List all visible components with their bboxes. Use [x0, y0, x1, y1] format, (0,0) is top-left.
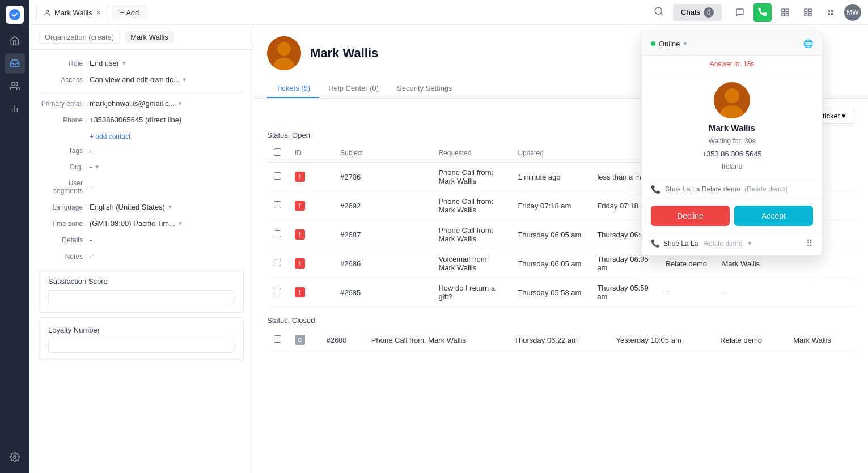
satisfaction-input[interactable]	[48, 290, 234, 304]
ticket-subject[interactable]: How do I return a gift?	[431, 278, 511, 307]
tab-help-center[interactable]: Help Center (0)	[319, 79, 388, 98]
svg-rect-10	[786, 9, 789, 12]
decline-button[interactable]: Decline	[651, 206, 730, 226]
call-footer-grid-icon[interactable]: ⠿	[806, 238, 813, 249]
chats-count: 0	[704, 7, 714, 18]
sidebar-inbox-icon[interactable]	[5, 53, 25, 74]
ticket-priority-badge: !	[295, 201, 305, 211]
tab-add[interactable]: + Add	[113, 5, 147, 20]
loyalty-input[interactable]	[48, 339, 234, 353]
status-label: Online	[659, 40, 680, 48]
call-source-sub: (Relate demo)	[744, 185, 787, 193]
row-checkbox[interactable]	[274, 288, 281, 295]
language-row: Language English (United States) ▼	[39, 203, 244, 211]
ticket-id[interactable]: #2688	[319, 329, 364, 351]
sidebar-people-icon[interactable]	[5, 76, 25, 96]
language-dropdown[interactable]: English (United States) ▼	[90, 203, 173, 211]
svg-point-22	[277, 42, 291, 56]
svg-point-19	[828, 13, 830, 15]
row-checkbox[interactable]	[274, 201, 281, 208]
sidebar-home-icon[interactable]	[5, 31, 25, 51]
ticket-subject[interactable]: Phone Call from: Mark Wallis	[365, 329, 507, 351]
ticket-subject[interactable]: Phone Call from: Mark Wallis	[431, 163, 511, 191]
svg-point-25	[725, 88, 739, 103]
sidebar-settings-icon[interactable]	[5, 447, 25, 467]
footer-dropdown-arrow[interactable]: ▼	[747, 240, 752, 246]
ticket-priority-badge: !	[295, 172, 305, 182]
loyalty-section: Loyalty Number	[39, 317, 244, 361]
ticket-priority-badge: !	[295, 258, 305, 269]
tab-close-icon[interactable]: ✕	[96, 9, 101, 16]
tags-row: Tags -	[39, 146, 244, 155]
svg-point-5	[14, 456, 16, 459]
org-dropdown[interactable]: - ▼	[90, 163, 100, 171]
call-popup: Online ▼ 🌐 Answer in: 18s Mark Wallis Wa…	[641, 32, 823, 256]
table-row[interactable]: C #2688 Phone Call from: Mark Wallis Thu…	[267, 329, 854, 351]
email-expand[interactable]: ▼	[177, 100, 183, 106]
phone-value: +353863065645 (direct line)	[90, 116, 244, 124]
left-panel-scroll: Role End user ▼ Access Can view and edit…	[29, 50, 253, 473]
user-segments-label: User segments	[39, 179, 90, 195]
ticket-assignee: Mark Wallis	[786, 329, 854, 351]
role-label: Role	[39, 59, 90, 67]
satisfaction-section: Satisfaction Score	[39, 269, 244, 313]
phone-icon[interactable]	[753, 3, 772, 22]
org-dropdown-arrow: ▼	[94, 164, 100, 170]
timezone-dropdown[interactable]: (GMT-08:00) Pacific Tim... ▼	[90, 219, 183, 228]
chat-icon[interactable]	[731, 3, 749, 22]
switch-icon[interactable]	[799, 3, 817, 22]
ticket-subject[interactable]: Phone Call from: Mark Wallis	[431, 220, 511, 249]
svg-point-17	[828, 10, 830, 12]
row-checkbox[interactable]	[274, 335, 281, 343]
table-row[interactable]: ! #2685 How do I return a gift? Thursday…	[267, 278, 854, 307]
role-dropdown[interactable]: End user ▼	[90, 59, 127, 67]
ticket-requested: Friday 07:18 am	[511, 191, 590, 220]
access-value: Can view and edit own tic...	[90, 75, 179, 84]
ticket-id[interactable]: #2686	[333, 249, 431, 278]
search-icon[interactable]	[654, 6, 664, 19]
sidebar-chart-icon[interactable]	[5, 99, 25, 119]
select-all-checkbox[interactable]	[274, 148, 281, 156]
caller-info: Mark Wallis Waiting for: 30s +353 86 306…	[642, 73, 822, 180]
ticket-id[interactable]: #2687	[333, 220, 431, 249]
user-avatar-topbar[interactable]: MW	[844, 4, 861, 21]
email-field: markjohnwallis@gmail.c... ▼	[90, 99, 183, 108]
col-subject: Subject	[333, 144, 431, 163]
accept-button[interactable]: Accept	[734, 206, 813, 226]
topbar-actions: MW	[731, 3, 861, 22]
add-contact-link[interactable]: + add contact	[90, 133, 130, 140]
tab-security-settings[interactable]: Security Settings	[388, 79, 461, 98]
status-dropdown-arrow[interactable]: ▼	[683, 41, 688, 47]
apps-icon[interactable]	[822, 3, 840, 22]
access-dropdown[interactable]: Can view and edit own tic... ▼	[90, 75, 187, 84]
col-requested: Requested	[431, 144, 511, 163]
tab-label: Mark Wallis	[54, 8, 92, 17]
breadcrumb-org[interactable]: Organization (create)	[39, 31, 120, 44]
row-checkbox[interactable]	[274, 230, 281, 237]
grid-icon[interactable]	[776, 3, 794, 22]
access-label: Access	[39, 76, 90, 84]
tab-mark-wallis[interactable]: Mark Wallis ✕	[36, 5, 108, 20]
phone-label: Phone	[39, 116, 90, 124]
ticket-subject[interactable]: Voicemail from: Mark Wallis	[431, 249, 511, 278]
globe-icon[interactable]: 🌐	[803, 39, 813, 48]
svg-point-20	[831, 13, 833, 15]
row-checkbox[interactable]	[274, 259, 281, 266]
user-segments-row: User segments -	[39, 179, 244, 195]
breadcrumb-current: Mark Wallis	[125, 31, 174, 43]
chats-button[interactable]: Chats 0	[673, 4, 722, 21]
popup-header-actions: 🌐	[803, 39, 813, 48]
timezone-label: Time zone	[39, 220, 90, 228]
tab-tickets[interactable]: Tickets (5)	[267, 79, 319, 98]
ticket-id[interactable]: #2685	[333, 278, 431, 307]
row-checkbox[interactable]	[274, 172, 281, 180]
ticket-requested: Thursday 06:05 am	[511, 249, 590, 278]
ticket-id[interactable]: #2706	[333, 163, 431, 191]
role-dropdown-arrow: ▼	[121, 60, 127, 66]
call-footer-sub: Relate demo	[704, 240, 742, 248]
svg-point-6	[46, 10, 48, 12]
ticket-id[interactable]: #2692	[333, 191, 431, 220]
ticket-subject[interactable]: Phone Call from: Mark Wallis	[431, 191, 511, 220]
timezone-row: Time zone (GMT-08:00) Pacific Tim... ▼	[39, 219, 244, 228]
chats-label: Chats	[681, 8, 700, 16]
